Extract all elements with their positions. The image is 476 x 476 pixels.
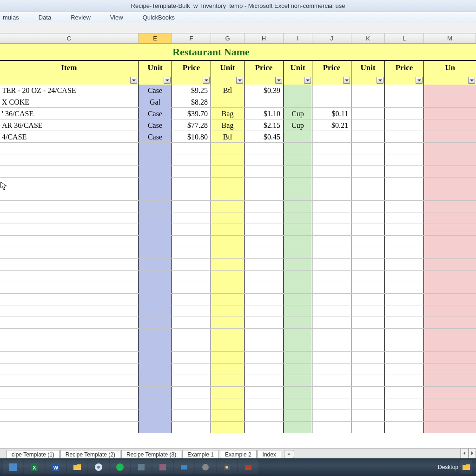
- cell[interactable]: [351, 305, 385, 317]
- taskbar-app-icon[interactable]: [174, 460, 194, 474]
- table-row[interactable]: [0, 364, 476, 375]
- col-header-c[interactable]: C: [0, 33, 139, 43]
- cell[interactable]: [312, 364, 351, 375]
- cell[interactable]: [312, 224, 351, 235]
- cell[interactable]: [139, 166, 172, 177]
- cell[interactable]: [0, 271, 139, 282]
- cell[interactable]: [424, 294, 476, 305]
- cell[interactable]: 4/CASE: [0, 131, 139, 142]
- cell[interactable]: $39.70: [172, 108, 211, 119]
- cell[interactable]: $10.80: [172, 131, 211, 142]
- cell[interactable]: [424, 131, 476, 142]
- cell[interactable]: [0, 410, 139, 421]
- cell[interactable]: [424, 410, 476, 421]
- cell[interactable]: [351, 189, 385, 200]
- cell[interactable]: [312, 166, 351, 177]
- cell[interactable]: [172, 271, 211, 282]
- cell[interactable]: [284, 364, 312, 375]
- cell[interactable]: [351, 410, 385, 421]
- cell[interactable]: [172, 422, 211, 433]
- cell[interactable]: [172, 247, 211, 258]
- filter-icon[interactable]: [275, 77, 282, 84]
- show-desktop-icon[interactable]: [460, 460, 472, 474]
- cell[interactable]: [139, 398, 172, 410]
- cell[interactable]: [284, 85, 312, 96]
- table-row[interactable]: [0, 212, 476, 224]
- cell[interactable]: [245, 247, 284, 258]
- cell[interactable]: [385, 317, 424, 328]
- cell[interactable]: [211, 178, 245, 189]
- cell[interactable]: [312, 154, 351, 165]
- table-row[interactable]: [0, 410, 476, 422]
- cell[interactable]: [172, 317, 211, 328]
- cell[interactable]: $9.25: [172, 85, 211, 96]
- cell[interactable]: [245, 189, 284, 200]
- cell[interactable]: [0, 212, 139, 224]
- cell[interactable]: [312, 387, 351, 398]
- cell[interactable]: [245, 201, 284, 212]
- cell[interactable]: [211, 236, 245, 247]
- cell[interactable]: [351, 398, 385, 410]
- cell[interactable]: [351, 317, 385, 328]
- cell[interactable]: X COKE: [0, 96, 139, 107]
- taskbar-app-icon[interactable]: [195, 460, 216, 474]
- cell[interactable]: [211, 375, 245, 386]
- cell[interactable]: [385, 166, 424, 177]
- cell[interactable]: [245, 387, 284, 398]
- cell[interactable]: [139, 375, 172, 386]
- cell[interactable]: [172, 305, 211, 317]
- table-row[interactable]: [0, 178, 476, 189]
- cell[interactable]: [172, 143, 211, 154]
- cell[interactable]: [385, 201, 424, 212]
- cell[interactable]: [351, 131, 385, 142]
- cell[interactable]: [351, 96, 385, 107]
- cell[interactable]: [424, 143, 476, 154]
- cell[interactable]: [172, 201, 211, 212]
- cell[interactable]: Cup: [284, 108, 312, 119]
- taskbar-app-icon[interactable]: [3, 460, 23, 474]
- cell[interactable]: [385, 410, 424, 421]
- cell[interactable]: [0, 201, 139, 212]
- cell[interactable]: [172, 154, 211, 165]
- sheet-tab[interactable]: Recipe Template (2): [60, 450, 120, 459]
- cell[interactable]: [139, 352, 172, 363]
- cell[interactable]: [172, 364, 211, 375]
- cell[interactable]: [172, 398, 211, 410]
- cell[interactable]: [139, 317, 172, 328]
- cell[interactable]: [351, 178, 385, 189]
- filter-icon[interactable]: [304, 77, 311, 84]
- ribbon-tab-quickbooks[interactable]: QuickBooks: [143, 14, 175, 21]
- cell[interactable]: [385, 259, 424, 270]
- cell[interactable]: [312, 410, 351, 421]
- cell[interactable]: [0, 189, 139, 200]
- cell[interactable]: [211, 189, 245, 200]
- cell[interactable]: [172, 212, 211, 224]
- filter-icon[interactable]: [468, 77, 475, 84]
- cell[interactable]: [312, 352, 351, 363]
- cell[interactable]: [424, 108, 476, 119]
- cell[interactable]: [211, 259, 245, 270]
- cell[interactable]: [245, 305, 284, 317]
- cell[interactable]: [351, 85, 385, 96]
- table-row[interactable]: [0, 166, 476, 178]
- cell[interactable]: [284, 422, 312, 433]
- cell[interactable]: [211, 422, 245, 433]
- cell[interactable]: [139, 236, 172, 247]
- cell[interactable]: [0, 340, 139, 351]
- cell[interactable]: [139, 364, 172, 375]
- cell[interactable]: [385, 375, 424, 386]
- cell[interactable]: [139, 422, 172, 433]
- cell[interactable]: [424, 422, 476, 433]
- cell[interactable]: [385, 108, 424, 119]
- formula-bar[interactable]: [0, 23, 476, 33]
- cell[interactable]: [284, 410, 312, 421]
- cell[interactable]: [351, 282, 385, 293]
- cell[interactable]: Btl: [211, 131, 245, 142]
- cell[interactable]: [284, 294, 312, 305]
- cell[interactable]: [284, 305, 312, 317]
- cell[interactable]: [245, 212, 284, 224]
- cell[interactable]: [0, 422, 139, 433]
- cell[interactable]: [284, 317, 312, 328]
- cell[interactable]: [0, 305, 139, 317]
- table-row[interactable]: [0, 317, 476, 329]
